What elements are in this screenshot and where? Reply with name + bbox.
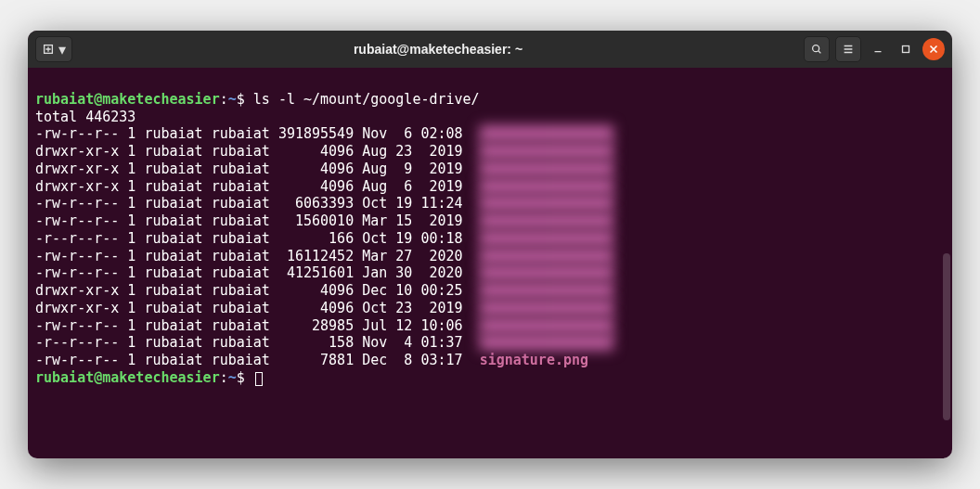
blurred-filename: ████████████████ bbox=[480, 230, 614, 248]
search-button[interactable] bbox=[804, 36, 830, 62]
file-row: drwxr-xr-x 1 rubaiat rubaiat 4096 Dec 10… bbox=[35, 282, 613, 299]
blurred-filename: ████████████████ bbox=[480, 195, 614, 212]
file-row: drwxr-xr-x 1 rubaiat rubaiat 4096 Aug 6 … bbox=[35, 178, 613, 195]
file-row: -rw-r--r-- 1 rubaiat rubaiat 6063393 Oct… bbox=[35, 195, 613, 212]
terminal-window: ▾ rubaiat@maketecheasier: ~ rubaiat@make… bbox=[28, 31, 952, 458]
blurred-filename: ████████████████ bbox=[480, 317, 614, 335]
command-text: ls -l ~/mount/google-drive/ bbox=[253, 91, 480, 108]
menu-button[interactable] bbox=[835, 36, 861, 62]
titlebar: ▾ rubaiat@maketecheasier: ~ bbox=[28, 31, 952, 68]
file-row: -rw-r--r-- 1 rubaiat rubaiat 16112452 Ma… bbox=[35, 248, 613, 264]
new-tab-button[interactable]: ▾ bbox=[35, 36, 72, 62]
blurred-filename: ████████████████ bbox=[480, 334, 614, 352]
prompt-path: ~ bbox=[228, 91, 237, 108]
file-row: -rw-r--r-- 1 rubaiat rubaiat 391895549 N… bbox=[35, 125, 613, 142]
search-icon bbox=[810, 43, 823, 56]
prompt-user: rubaiat@maketecheasier bbox=[35, 91, 220, 108]
new-tab-icon bbox=[42, 43, 55, 56]
file-row: -r--r--r-- 1 rubaiat rubaiat 158 Nov 4 0… bbox=[35, 334, 613, 351]
blurred-filename: ████████████████ bbox=[480, 248, 614, 265]
maximize-button[interactable] bbox=[895, 38, 917, 60]
close-icon bbox=[927, 43, 940, 56]
total-line: total 446233 bbox=[35, 109, 135, 125]
filename: signature.png bbox=[480, 352, 588, 368]
blurred-filename: ████████████████ bbox=[480, 178, 614, 196]
blurred-filename: ████████████████ bbox=[480, 125, 614, 143]
close-button[interactable] bbox=[922, 38, 945, 60]
listing-container: -rw-r--r-- 1 rubaiat rubaiat 391895549 N… bbox=[35, 125, 945, 369]
svg-rect-2 bbox=[903, 46, 909, 53]
cursor bbox=[255, 372, 263, 386]
blurred-filename: ████████████████ bbox=[480, 161, 614, 178]
prompt-user-2: rubaiat@maketecheasier bbox=[35, 369, 220, 386]
scrollbar[interactable] bbox=[943, 253, 950, 420]
file-row: -rw-r--r-- 1 rubaiat rubaiat 7881 Dec 8 … bbox=[35, 352, 588, 368]
file-row: drwxr-xr-x 1 rubaiat rubaiat 4096 Aug 9 … bbox=[35, 161, 613, 177]
minimize-icon bbox=[871, 43, 884, 56]
file-row: -rw-r--r-- 1 rubaiat rubaiat 28985 Jul 1… bbox=[35, 317, 613, 334]
blurred-filename: ████████████████ bbox=[480, 282, 614, 300]
minimize-button[interactable] bbox=[867, 38, 889, 60]
svg-point-1 bbox=[813, 45, 819, 52]
blurred-filename: ████████████████ bbox=[480, 212, 614, 230]
blurred-filename: ████████████████ bbox=[480, 300, 614, 317]
file-row: drwxr-xr-x 1 rubaiat rubaiat 4096 Aug 23… bbox=[35, 143, 613, 160]
prompt-sep: : bbox=[220, 91, 228, 108]
terminal-body[interactable]: rubaiat@maketecheasier:~$ ls -l ~/mount/… bbox=[28, 68, 952, 458]
file-row: -rw-r--r-- 1 rubaiat rubaiat 1560010 Mar… bbox=[35, 212, 613, 229]
file-row: -rw-r--r-- 1 rubaiat rubaiat 41251601 Ja… bbox=[35, 264, 613, 281]
blurred-filename: ████████████████ bbox=[480, 264, 614, 282]
maximize-icon bbox=[899, 43, 912, 56]
file-row: -r--r--r-- 1 rubaiat rubaiat 166 Oct 19 … bbox=[35, 230, 613, 247]
prompt-sigil: $ bbox=[237, 91, 245, 108]
file-row: drwxr-xr-x 1 rubaiat rubaiat 4096 Oct 23… bbox=[35, 300, 613, 316]
hamburger-icon bbox=[842, 43, 855, 56]
window-title: rubaiat@maketecheasier: ~ bbox=[80, 42, 796, 57]
blurred-filename: ████████████████ bbox=[480, 143, 614, 161]
